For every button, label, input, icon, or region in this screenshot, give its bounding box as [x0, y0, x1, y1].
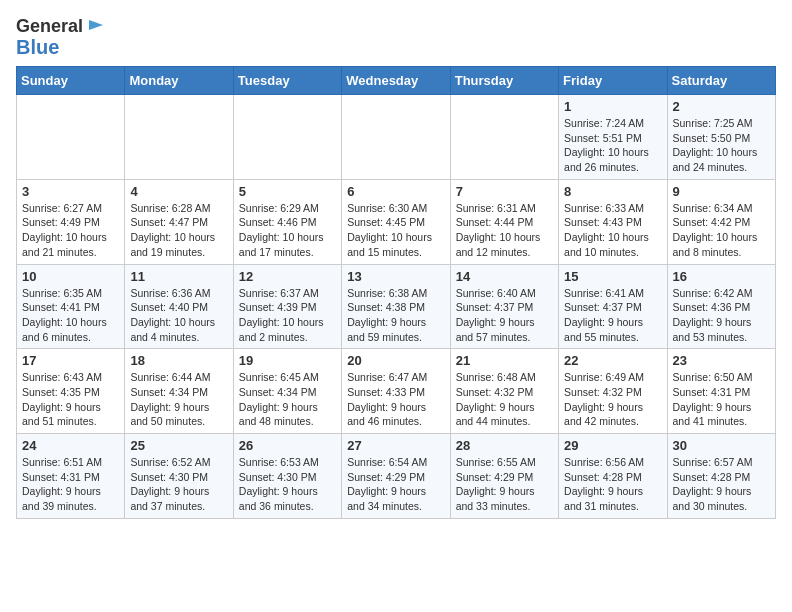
calendar-cell: 26Sunrise: 6:53 AMSunset: 4:30 PMDayligh… — [233, 434, 341, 519]
calendar-cell: 20Sunrise: 6:47 AMSunset: 4:33 PMDayligh… — [342, 349, 450, 434]
calendar-cell: 27Sunrise: 6:54 AMSunset: 4:29 PMDayligh… — [342, 434, 450, 519]
day-info: Sunrise: 6:49 AMSunset: 4:32 PMDaylight:… — [564, 370, 661, 429]
day-number: 30 — [673, 438, 770, 453]
calendar-cell: 12Sunrise: 6:37 AMSunset: 4:39 PMDayligh… — [233, 264, 341, 349]
calendar-cell: 10Sunrise: 6:35 AMSunset: 4:41 PMDayligh… — [17, 264, 125, 349]
day-info: Sunrise: 6:54 AMSunset: 4:29 PMDaylight:… — [347, 455, 444, 514]
day-number: 4 — [130, 184, 227, 199]
day-of-week-header: Monday — [125, 67, 233, 95]
calendar-cell: 15Sunrise: 6:41 AMSunset: 4:37 PMDayligh… — [559, 264, 667, 349]
day-info: Sunrise: 6:43 AMSunset: 4:35 PMDaylight:… — [22, 370, 119, 429]
calendar-cell: 3Sunrise: 6:27 AMSunset: 4:49 PMDaylight… — [17, 179, 125, 264]
calendar-cell — [17, 95, 125, 180]
day-info: Sunrise: 6:51 AMSunset: 4:31 PMDaylight:… — [22, 455, 119, 514]
calendar-cell: 7Sunrise: 6:31 AMSunset: 4:44 PMDaylight… — [450, 179, 558, 264]
day-info: Sunrise: 6:33 AMSunset: 4:43 PMDaylight:… — [564, 201, 661, 260]
day-info: Sunrise: 6:53 AMSunset: 4:30 PMDaylight:… — [239, 455, 336, 514]
day-number: 20 — [347, 353, 444, 368]
day-number: 10 — [22, 269, 119, 284]
calendar-cell: 8Sunrise: 6:33 AMSunset: 4:43 PMDaylight… — [559, 179, 667, 264]
calendar-cell — [342, 95, 450, 180]
calendar-header: SundayMondayTuesdayWednesdayThursdayFrid… — [17, 67, 776, 95]
day-number: 1 — [564, 99, 661, 114]
day-number: 15 — [564, 269, 661, 284]
day-number: 6 — [347, 184, 444, 199]
logo-arrow-icon — [85, 16, 103, 34]
day-number: 7 — [456, 184, 553, 199]
day-number: 8 — [564, 184, 661, 199]
day-info: Sunrise: 6:47 AMSunset: 4:33 PMDaylight:… — [347, 370, 444, 429]
calendar-cell: 19Sunrise: 6:45 AMSunset: 4:34 PMDayligh… — [233, 349, 341, 434]
day-number: 12 — [239, 269, 336, 284]
day-number: 24 — [22, 438, 119, 453]
day-number: 9 — [673, 184, 770, 199]
day-of-week-header: Saturday — [667, 67, 775, 95]
day-number: 26 — [239, 438, 336, 453]
day-number: 13 — [347, 269, 444, 284]
day-info: Sunrise: 6:28 AMSunset: 4:47 PMDaylight:… — [130, 201, 227, 260]
calendar-cell: 22Sunrise: 6:49 AMSunset: 4:32 PMDayligh… — [559, 349, 667, 434]
day-info: Sunrise: 6:29 AMSunset: 4:46 PMDaylight:… — [239, 201, 336, 260]
day-info: Sunrise: 6:35 AMSunset: 4:41 PMDaylight:… — [22, 286, 119, 345]
day-number: 23 — [673, 353, 770, 368]
calendar-cell: 1Sunrise: 7:24 AMSunset: 5:51 PMDaylight… — [559, 95, 667, 180]
day-number: 19 — [239, 353, 336, 368]
day-info: Sunrise: 6:52 AMSunset: 4:30 PMDaylight:… — [130, 455, 227, 514]
day-of-week-header: Wednesday — [342, 67, 450, 95]
calendar-cell — [233, 95, 341, 180]
day-number: 28 — [456, 438, 553, 453]
day-number: 2 — [673, 99, 770, 114]
calendar-cell — [450, 95, 558, 180]
day-number: 27 — [347, 438, 444, 453]
calendar-cell: 21Sunrise: 6:48 AMSunset: 4:32 PMDayligh… — [450, 349, 558, 434]
calendar-cell: 17Sunrise: 6:43 AMSunset: 4:35 PMDayligh… — [17, 349, 125, 434]
day-info: Sunrise: 6:37 AMSunset: 4:39 PMDaylight:… — [239, 286, 336, 345]
day-number: 21 — [456, 353, 553, 368]
day-info: Sunrise: 6:57 AMSunset: 4:28 PMDaylight:… — [673, 455, 770, 514]
calendar-cell: 29Sunrise: 6:56 AMSunset: 4:28 PMDayligh… — [559, 434, 667, 519]
day-number: 3 — [22, 184, 119, 199]
calendar-cell: 16Sunrise: 6:42 AMSunset: 4:36 PMDayligh… — [667, 264, 775, 349]
day-info: Sunrise: 7:24 AMSunset: 5:51 PMDaylight:… — [564, 116, 661, 175]
day-info: Sunrise: 6:30 AMSunset: 4:45 PMDaylight:… — [347, 201, 444, 260]
day-number: 11 — [130, 269, 227, 284]
page-header: General Blue — [16, 16, 776, 58]
day-number: 18 — [130, 353, 227, 368]
day-info: Sunrise: 6:27 AMSunset: 4:49 PMDaylight:… — [22, 201, 119, 260]
day-info: Sunrise: 6:48 AMSunset: 4:32 PMDaylight:… — [456, 370, 553, 429]
day-number: 5 — [239, 184, 336, 199]
day-info: Sunrise: 6:41 AMSunset: 4:37 PMDaylight:… — [564, 286, 661, 345]
calendar-cell: 9Sunrise: 6:34 AMSunset: 4:42 PMDaylight… — [667, 179, 775, 264]
calendar-cell: 4Sunrise: 6:28 AMSunset: 4:47 PMDaylight… — [125, 179, 233, 264]
day-info: Sunrise: 6:36 AMSunset: 4:40 PMDaylight:… — [130, 286, 227, 345]
day-info: Sunrise: 6:45 AMSunset: 4:34 PMDaylight:… — [239, 370, 336, 429]
calendar-cell: 5Sunrise: 6:29 AMSunset: 4:46 PMDaylight… — [233, 179, 341, 264]
day-info: Sunrise: 6:34 AMSunset: 4:42 PMDaylight:… — [673, 201, 770, 260]
day-info: Sunrise: 7:25 AMSunset: 5:50 PMDaylight:… — [673, 116, 770, 175]
calendar-cell: 13Sunrise: 6:38 AMSunset: 4:38 PMDayligh… — [342, 264, 450, 349]
day-info: Sunrise: 6:42 AMSunset: 4:36 PMDaylight:… — [673, 286, 770, 345]
day-number: 22 — [564, 353, 661, 368]
svg-marker-0 — [89, 20, 103, 30]
logo-text: General — [16, 17, 83, 37]
day-info: Sunrise: 6:40 AMSunset: 4:37 PMDaylight:… — [456, 286, 553, 345]
logo: General Blue — [16, 16, 103, 58]
day-of-week-header: Sunday — [17, 67, 125, 95]
calendar-cell: 23Sunrise: 6:50 AMSunset: 4:31 PMDayligh… — [667, 349, 775, 434]
calendar-table: SundayMondayTuesdayWednesdayThursdayFrid… — [16, 66, 776, 519]
day-of-week-header: Thursday — [450, 67, 558, 95]
calendar-cell: 24Sunrise: 6:51 AMSunset: 4:31 PMDayligh… — [17, 434, 125, 519]
calendar-cell — [125, 95, 233, 180]
calendar-cell: 18Sunrise: 6:44 AMSunset: 4:34 PMDayligh… — [125, 349, 233, 434]
day-info: Sunrise: 6:50 AMSunset: 4:31 PMDaylight:… — [673, 370, 770, 429]
day-info: Sunrise: 6:31 AMSunset: 4:44 PMDaylight:… — [456, 201, 553, 260]
day-number: 17 — [22, 353, 119, 368]
day-number: 16 — [673, 269, 770, 284]
calendar-cell: 11Sunrise: 6:36 AMSunset: 4:40 PMDayligh… — [125, 264, 233, 349]
day-number: 14 — [456, 269, 553, 284]
day-of-week-header: Friday — [559, 67, 667, 95]
day-number: 25 — [130, 438, 227, 453]
calendar-cell: 14Sunrise: 6:40 AMSunset: 4:37 PMDayligh… — [450, 264, 558, 349]
day-info: Sunrise: 6:55 AMSunset: 4:29 PMDaylight:… — [456, 455, 553, 514]
calendar-cell: 30Sunrise: 6:57 AMSunset: 4:28 PMDayligh… — [667, 434, 775, 519]
